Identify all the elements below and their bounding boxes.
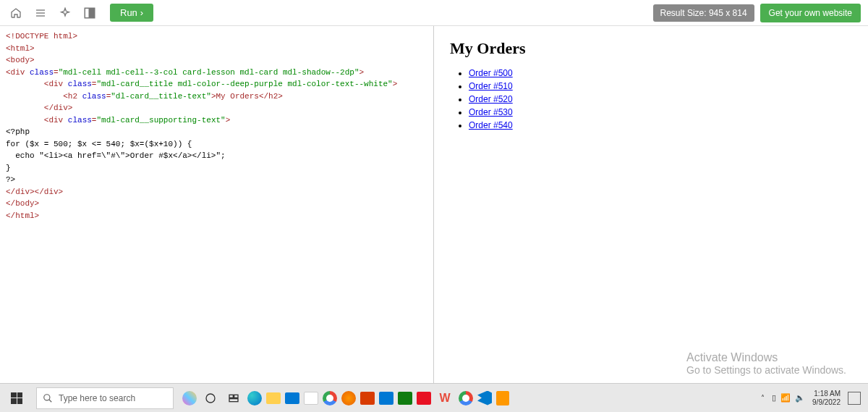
run-label: Run — [120, 7, 137, 18]
svg-rect-10 — [229, 398, 238, 401]
get-website-button[interactable]: Get your own website — [760, 4, 861, 22]
code-line: <div — [44, 116, 68, 125]
run-button[interactable]: Run › — [110, 4, 153, 22]
order-link[interactable]: Order #540 — [469, 120, 513, 130]
list-item: Order #510 — [469, 80, 852, 93]
store-icon[interactable] — [304, 392, 318, 405]
order-link[interactable]: Order #530 — [469, 107, 513, 117]
code-line: <h2 — [63, 92, 82, 101]
code-line: </div></div> — [6, 188, 63, 196]
order-link[interactable]: Order #500 — [469, 68, 513, 78]
cortana-icon[interactable] — [201, 389, 220, 408]
indent — [6, 80, 44, 88]
wps-icon[interactable]: W — [435, 389, 454, 408]
notifications-icon[interactable] — [848, 392, 861, 405]
code-str: "mdl-cell mdl-cell--3-col card-lesson md… — [59, 68, 359, 77]
wifi-icon[interactable]: 📶 — [780, 393, 791, 403]
copilot-icon[interactable] — [182, 391, 197, 405]
taskbar-search[interactable]: Type here to search — [36, 387, 174, 409]
windows-taskbar: Type here to search W ˄ ▯ 📶 🔈 1:18 AM 9/… — [0, 383, 868, 412]
code-close: > — [226, 116, 231, 125]
vscode-icon[interactable] — [477, 391, 492, 405]
svg-point-7 — [206, 394, 215, 403]
code-line: <div — [6, 68, 30, 77]
indent — [6, 92, 63, 101]
code-line: <html> — [6, 44, 35, 53]
search-icon — [43, 393, 53, 403]
list-item: Order #540 — [469, 119, 852, 132]
code-line: </body> — [6, 199, 39, 208]
code-line: echo "<li><a href=\"#\">Order #$x</a></l… — [6, 151, 226, 160]
app-icon[interactable] — [417, 392, 431, 405]
chrome-icon[interactable] — [459, 391, 473, 405]
watermark-line2: Go to Settings to activate Windows. — [686, 364, 846, 376]
system-tray: ˄ ▯ 📶 🔈 1:18 AM 9/9/2022 — [761, 390, 868, 407]
app-icon[interactable] — [398, 392, 412, 405]
list-item: Order #500 — [469, 67, 852, 80]
clock-time: 1:18 AM — [812, 390, 841, 398]
task-view-icon[interactable] — [224, 389, 243, 408]
code-line: <body> — [6, 56, 35, 64]
code-attr: class — [82, 92, 106, 101]
code-str: "mdl-card__supporting-text" — [96, 116, 225, 125]
theme-icon[interactable] — [56, 4, 74, 22]
order-link[interactable]: Order #520 — [469, 94, 513, 104]
chrome-icon[interactable] — [323, 391, 337, 405]
chevron-right-icon: › — [140, 7, 143, 18]
code-line: <?php — [6, 127, 30, 136]
watermark-line1: Activate Windows — [686, 351, 846, 364]
code-line: <div — [44, 80, 68, 88]
indent — [6, 116, 44, 125]
windows-logo-icon — [11, 392, 22, 404]
firefox-icon[interactable] — [341, 391, 356, 405]
clock-date: 9/9/2022 — [812, 398, 841, 407]
code-close: > — [393, 80, 398, 88]
start-button[interactable] — [0, 384, 33, 413]
search-placeholder: Type here to search — [59, 393, 135, 403]
preview-heading: My Orders — [450, 39, 852, 58]
code-close: > — [359, 68, 365, 77]
app-icon[interactable] — [360, 392, 375, 405]
svg-rect-8 — [229, 395, 233, 398]
volume-icon[interactable]: 🔈 — [795, 393, 805, 403]
code-line: for ($x = 500; $x <= 540; $x=($x+10)) { — [6, 140, 192, 148]
code-attr: class — [68, 116, 92, 125]
mail-icon[interactable] — [285, 392, 299, 404]
toolbar: Run › Result Size: 945 x 814 Get your ow… — [0, 0, 868, 26]
windows-watermark: Activate Windows Go to Settings to activ… — [686, 351, 846, 376]
code-line: </html> — [6, 211, 39, 220]
explorer-icon[interactable] — [266, 392, 281, 404]
svg-point-5 — [44, 394, 50, 400]
main-split: <!DOCTYPE html> <html> <body> <div class… — [0, 26, 868, 383]
menu-icon[interactable] — [32, 4, 49, 22]
code-close: >My Orders</h2> — [211, 92, 283, 101]
tray-icons: ▯ 📶 🔈 — [772, 393, 805, 403]
home-icon[interactable] — [7, 4, 25, 22]
edge-icon[interactable] — [247, 391, 262, 405]
code-attr: class — [68, 80, 92, 88]
svg-rect-4 — [90, 8, 95, 18]
code-str: "mdl-card__title mdl-color--deep-purple … — [96, 80, 392, 88]
list-item: Order #520 — [469, 93, 852, 106]
code-line: </div> — [44, 104, 73, 112]
preview-pane: My Orders Order #500 Order #510 Order #5… — [434, 26, 868, 383]
sublime-icon[interactable] — [496, 391, 509, 405]
code-editor[interactable]: <!DOCTYPE html> <html> <body> <div class… — [0, 26, 434, 383]
tray-chevron-icon[interactable]: ˄ — [761, 394, 765, 402]
code-line: <!DOCTYPE html> — [6, 32, 77, 41]
app-icon[interactable] — [379, 392, 393, 405]
result-size-label: Result Size: 945 x 814 — [653, 4, 754, 22]
orientation-icon[interactable] — [81, 4, 98, 22]
code-line: } — [6, 164, 11, 172]
order-link[interactable]: Order #510 — [469, 81, 513, 91]
code-str: "dl-card__title-text" — [111, 92, 211, 101]
code-eq: = — [54, 68, 59, 77]
battery-icon[interactable]: ▯ — [772, 393, 776, 403]
svg-rect-3 — [85, 8, 89, 18]
code-line: ?> — [6, 175, 15, 184]
indent — [6, 104, 44, 112]
svg-rect-9 — [234, 395, 238, 398]
taskbar-apps: W — [182, 389, 509, 408]
code-attr: class — [30, 68, 54, 77]
taskbar-clock[interactable]: 1:18 AM 9/9/2022 — [812, 390, 841, 407]
